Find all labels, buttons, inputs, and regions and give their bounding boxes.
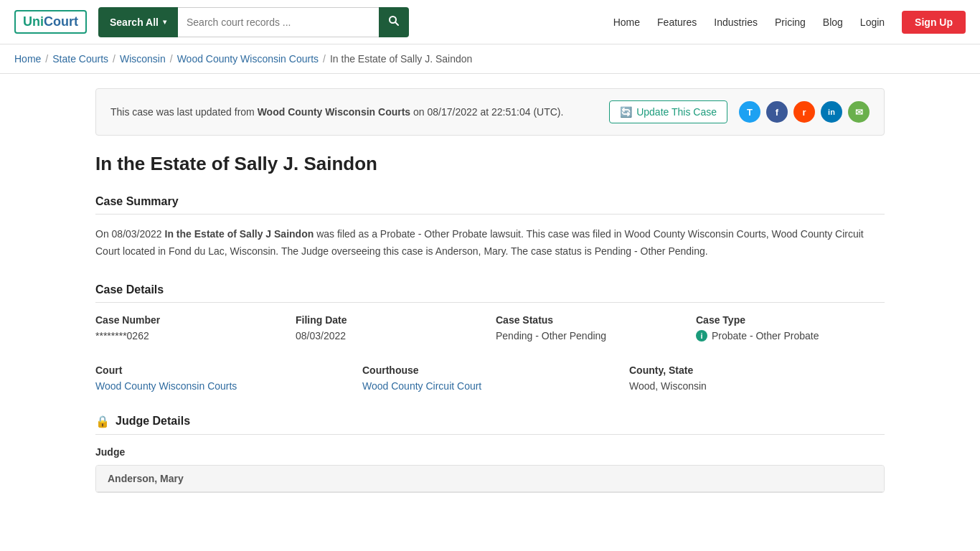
case-details-row1: Case Number ********0262 Filing Date 08/… [95,314,885,342]
breadcrumb-sep-1: / [45,53,48,65]
header: UniCourt Search All ▾ Home Features Indu… [0,0,980,44]
court-item: Court Wood County Wisconsin Courts [95,364,351,392]
case-summary-heading: Case Summary [95,195,885,215]
search-icon [388,15,400,29]
nav-home[interactable]: Home [613,17,640,28]
update-right: 🔄 Update This Case T f r in ✉ [609,100,870,123]
main-content: This case was last updated from Wood Cou… [67,74,913,524]
breadcrumb-state-courts[interactable]: State Courts [52,53,108,65]
case-title: In the Estate of Sally J. Saindon [95,153,885,175]
case-number-label: Case Number [95,314,284,326]
lock-icon: 🔒 [95,415,110,428]
logo-court: Court [44,14,78,29]
breadcrumb-wood-county[interactable]: Wood County Wisconsin Courts [177,53,319,65]
case-type-item: Case Type i Probate - Other Probate [696,314,885,342]
chevron-down-icon: ▾ [163,18,166,26]
breadcrumb-home[interactable]: Home [14,53,41,65]
summary-date: On 08/03/2022 [95,228,162,240]
case-type-text: Probate - Other Probate [712,330,819,342]
case-number-item: Case Number ********0262 [95,314,284,342]
case-status-item: Case Status Pending - Other Pending [496,314,684,342]
filing-date-label: Filing Date [296,314,484,326]
social-icons: T f r in ✉ [739,101,870,123]
nav-industries[interactable]: Industries [714,17,758,28]
update-text-suffix: on 08/17/2022 at 22:51:04 (UTC). [413,106,563,118]
judge-section-label: Judge Details [116,415,190,428]
case-details-row2: Court Wood County Wisconsin Courts Court… [95,364,885,392]
twitter-share-button[interactable]: T [739,101,760,123]
courthouse-value: Wood County Circuit Court [362,380,618,392]
breadcrumb-wisconsin[interactable]: Wisconsin [120,53,166,65]
court-value: Wood County Wisconsin Courts [95,380,351,392]
facebook-share-button[interactable]: f [766,101,788,123]
judge-details-heading: 🔒 Judge Details [95,415,885,435]
judge-table: Anderson, Mary [95,465,885,493]
search-all-label: Search All [110,17,159,28]
nav-pricing[interactable]: Pricing [775,17,806,28]
reddit-share-button[interactable]: r [793,101,815,123]
judge-section: Judge Anderson, Mary [95,446,885,493]
search-all-button[interactable]: Search All ▾ [98,7,178,37]
nav-login[interactable]: Login [860,17,885,28]
county-state-value: Wood, Wisconsin [629,380,885,392]
judge-label: Judge [95,446,885,458]
logo[interactable]: UniCourt [14,10,87,34]
logo-uni: Uni [23,14,44,29]
search-button[interactable] [379,7,409,37]
breadcrumb-sep-4: / [323,53,326,65]
update-banner: This case was last updated from Wood Cou… [95,88,885,136]
county-state-item: County, State Wood, Wisconsin [629,364,885,392]
case-status-value: Pending - Other Pending [496,330,684,342]
filing-date-value: 08/03/2022 [296,330,484,342]
summary-case-name: In the Estate of Sally J Saindon [165,228,314,240]
update-text: This case was last updated from Wood Cou… [110,106,563,118]
filing-date-item: Filing Date 08/03/2022 [296,314,484,342]
judge-table-header: Anderson, Mary [96,466,884,492]
info-icon: i [696,330,707,342]
breadcrumb-sep-2: / [113,53,116,65]
case-number-value: ********0262 [95,330,284,342]
breadcrumb-sep-3: / [170,53,173,65]
courthouse-item: Courthouse Wood County Circuit Court [362,364,618,392]
case-type-label: Case Type [696,314,885,326]
main-nav: Home Features Industries Pricing Blog Lo… [613,11,966,34]
case-details-heading: Case Details [95,283,885,303]
court-label: Court [95,364,351,376]
search-container: Search All ▾ [98,7,409,37]
refresh-icon: 🔄 [620,106,632,118]
case-status-label: Case Status [496,314,684,326]
update-case-button[interactable]: 🔄 Update This Case [609,100,727,123]
case-type-value: i Probate - Other Probate [696,330,885,342]
email-share-button[interactable]: ✉ [848,101,870,123]
update-text-prefix: This case was last updated from [110,106,255,118]
breadcrumb: Home / State Courts / Wisconsin / Wood C… [0,44,980,74]
court-link[interactable]: Wood County Wisconsin Courts [95,380,237,392]
case-summary-text: On 08/03/2022 In the Estate of Sally J S… [95,226,885,260]
nav-features[interactable]: Features [657,17,697,28]
breadcrumb-current: In the Estate of Sally J. Saindon [330,53,472,65]
nav-blog[interactable]: Blog [823,17,843,28]
courthouse-link[interactable]: Wood County Circuit Court [362,380,481,392]
linkedin-share-button[interactable]: in [821,101,842,123]
update-btn-label: Update This Case [636,106,717,118]
signup-button[interactable]: Sign Up [902,11,966,34]
update-court-name: Wood County Wisconsin Courts [258,106,411,118]
search-input[interactable] [178,7,379,37]
svg-line-1 [395,22,398,25]
county-state-label: County, State [629,364,885,376]
courthouse-label: Courthouse [362,364,618,376]
